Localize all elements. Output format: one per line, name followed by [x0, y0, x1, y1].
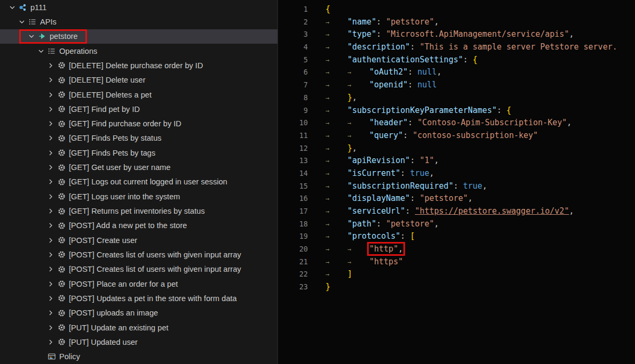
chevron-right-icon[interactable]	[46, 236, 55, 245]
tree-item-delete-delete-purchase-order-by-id[interactable]: [DELETE] Delete purchase order by ID	[0, 58, 277, 72]
tree-item-petstore[interactable]: petstore	[0, 29, 277, 44]
chevron-down-icon[interactable]	[7, 3, 17, 12]
code-line-19[interactable]: 19→"protocols": [	[278, 230, 635, 243]
code-token: ]	[347, 269, 352, 279]
tab-whitespace-icon: →	[326, 143, 347, 156]
chevron-right-icon[interactable]	[46, 61, 55, 70]
chevron-right-icon[interactable]	[46, 119, 55, 128]
tree-item-delete-deletes-a-pet[interactable]: [DELETE] Deletes a pet	[0, 87, 277, 102]
code-line-6[interactable]: 6→→"oAuth2": null,	[278, 66, 635, 79]
tree-item-post-uploads-an-image[interactable]: [POST] uploads an image	[0, 306, 277, 320]
tree-item-put-update-an-existing-pet[interactable]: [PUT] Update an existing pet	[0, 320, 277, 335]
line-number: 17	[278, 205, 308, 218]
tree-item-post-create-user[interactable]: [POST] Create user	[0, 233, 277, 247]
chevron-right-icon[interactable]	[46, 192, 55, 201]
code-line-11[interactable]: 11→→"query": "contoso-subscription-key"	[278, 130, 635, 142]
chevron-right-icon[interactable]	[46, 264, 55, 274]
tab-whitespace-icon: →	[326, 269, 347, 281]
tree-item-get-logs-out-current-logged-in-user-session[interactable]: [GET] Logs out current logged in user se…	[0, 175, 277, 189]
code-line-15[interactable]: 15→"subscriptionRequired": true,	[278, 180, 635, 193]
line-content: →"subscriptionKeyParameterNames": {	[308, 104, 511, 117]
code-line-23[interactable]: 23}	[278, 281, 635, 294]
chevron-right-icon[interactable]	[46, 323, 55, 333]
json-editor-pane[interactable]: 1{2→"name": "petstore",3→"type": "Micros…	[277, 0, 635, 364]
chevron-down-icon[interactable]	[36, 46, 46, 56]
tree-item-operations[interactable]: Operations	[0, 44, 277, 58]
code-line-9[interactable]: 9→"subscriptionKeyParameterNames": {	[278, 104, 635, 117]
tree-item-post-creates-list-of-users-with-given-input-array[interactable]: [POST] Creates list of users with given …	[0, 247, 277, 262]
tree-item-get-finds-pets-by-tags[interactable]: [GET] Finds Pets by tags	[0, 145, 277, 160]
api-arrow-icon	[37, 31, 47, 41]
code-line-2[interactable]: 2→"name": "petstore",	[278, 16, 635, 29]
gear-icon	[57, 279, 66, 289]
chevron-right-icon[interactable]	[46, 294, 55, 303]
tree-item-post-updates-a-pet-in-the-store-with-form-data[interactable]: [POST] Updates a pet in the store with f…	[0, 291, 277, 305]
code-token: "description"	[347, 42, 410, 52]
code-token: ,	[434, 17, 439, 27]
code-line-5[interactable]: 5→"authenticationSettings": {	[278, 54, 635, 67]
chevron-right-icon[interactable]	[46, 75, 55, 85]
chevron-right-icon[interactable]	[46, 221, 55, 230]
line-number: 2	[278, 16, 308, 29]
tree-item-policy[interactable]: Policy	[0, 350, 277, 364]
tree-item-put-updated-user[interactable]: [PUT] Updated user	[0, 335, 277, 349]
chevron-right-icon[interactable]	[46, 279, 55, 289]
tree-item-post-place-an-order-for-a-pet[interactable]: [POST] Place an order for a pet	[0, 277, 277, 291]
tree-item-post-creates-list-of-users-with-given-input-array[interactable]: [POST] Creates list of users with given …	[0, 262, 277, 277]
chevron-right-icon[interactable]	[46, 250, 55, 260]
tree-item-get-find-pet-by-id[interactable]: [GET] Find pet by ID	[0, 102, 277, 116]
chevron-down-icon[interactable]	[17, 17, 27, 27]
code-token: "header"	[369, 118, 408, 127]
tree-item-get-finds-pets-by-status[interactable]: [GET] Finds Pets by status	[0, 131, 277, 145]
chevron-right-icon[interactable]	[46, 104, 55, 114]
tree-item-p111[interactable]: p111	[0, 0, 277, 14]
chevron-down-icon[interactable]	[27, 31, 36, 41]
code-line-14[interactable]: 14→"isCurrent": true,	[278, 167, 635, 180]
chevron-right-icon[interactable]	[46, 133, 55, 143]
tab-whitespace-icon: →	[347, 130, 369, 143]
chevron-right-icon[interactable]	[46, 308, 55, 318]
policy-icon	[47, 352, 57, 361]
chevron-right-icon[interactable]	[46, 90, 55, 100]
chevron-right-icon[interactable]	[46, 337, 55, 347]
code-token: "Microsoft.ApiManagement/service/apis"	[386, 29, 569, 39]
code-line-12[interactable]: 12→},	[278, 142, 635, 155]
tree-item-get-returns-pet-inventories-by-status[interactable]: [GET] Returns pet inventories by status	[0, 204, 277, 218]
line-content: →"isCurrent": true,	[308, 167, 434, 180]
tree-item-delete-delete-user[interactable]: [DELETE] Delete user	[0, 73, 277, 87]
service-url-link[interactable]: "https://petstore.swagger.io/v2"	[415, 206, 569, 216]
code-line-8[interactable]: 8→},	[278, 92, 635, 104]
code-token: :	[410, 193, 419, 203]
code-token: "oAuth2"	[369, 67, 408, 77]
code-line-17[interactable]: 17→"serviceUrl": "https://petstore.swagg…	[278, 205, 635, 218]
code-token: {	[473, 55, 478, 64]
code-token: ,	[569, 206, 574, 216]
code-line-3[interactable]: 3→"type": "Microsoft.ApiManagement/servi…	[278, 28, 635, 41]
chevron-right-icon[interactable]	[46, 177, 55, 187]
line-number: 13	[278, 155, 308, 167]
tree-item-apis[interactable]: APIs	[0, 14, 277, 29]
code-line-1[interactable]: 1{	[278, 3, 635, 16]
code-token: "type"	[347, 29, 376, 39]
code-line-7[interactable]: 7→→"openid": null	[278, 79, 635, 92]
code-line-22[interactable]: 22→]	[278, 268, 635, 281]
tree-item-get-logs-user-into-the-system[interactable]: [GET] Logs user into the system	[0, 189, 277, 204]
code-line-10[interactable]: 10→→"header": "Contoso-Apim-Subscription…	[278, 117, 635, 130]
tree-item-label: p111	[30, 3, 46, 12]
code-line-13[interactable]: 13→"apiRevision": "1",	[278, 155, 635, 167]
chevron-right-icon[interactable]	[46, 148, 55, 158]
tree-item-get-get-user-by-user-name[interactable]: [GET] Get user by user name	[0, 160, 277, 174]
code-line-18[interactable]: 18→"path": "petstore",	[278, 218, 635, 231]
code-line-21[interactable]: 21→→"https"	[278, 256, 635, 269]
tree-item-get-find-purchase-order-by-id[interactable]: [GET] Find purchase order by ID	[0, 117, 277, 131]
code-token: null	[417, 80, 436, 90]
code-line-16[interactable]: 16→"displayName": "petstore",	[278, 192, 635, 205]
code-line-4[interactable]: 4→"description": "This is a sample serve…	[278, 41, 635, 54]
chevron-right-icon[interactable]	[46, 163, 55, 172]
chevron-right-icon[interactable]	[46, 206, 55, 216]
chevron-spacer	[36, 352, 46, 361]
code-line-20[interactable]: 20→→"http",	[278, 243, 635, 256]
tab-whitespace-icon: →	[326, 193, 347, 206]
tree-item-post-add-a-new-pet-to-the-store[interactable]: [POST] Add a new pet to the store	[0, 219, 277, 233]
tab-whitespace-icon: →	[347, 79, 369, 92]
